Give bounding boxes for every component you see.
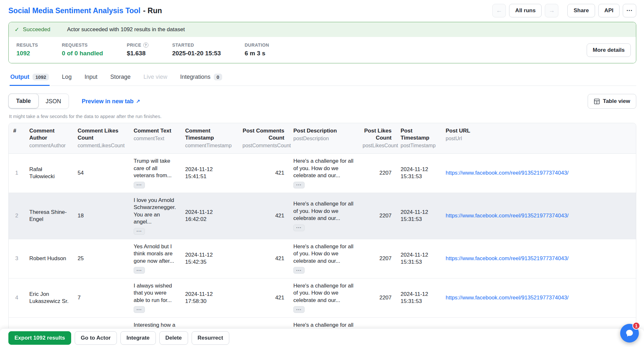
tab-label: Live view <box>144 74 167 80</box>
cell-index: 1 <box>9 153 25 193</box>
share-button[interactable]: Share <box>567 4 595 17</box>
table-row[interactable]: 2Theresa Shine-Engel18I love you Arnold … <box>9 193 636 239</box>
column-field-name: commentTimestamp <box>185 142 233 149</box>
tab-label: Output <box>10 74 29 80</box>
tab-storage[interactable]: Storage <box>109 71 131 86</box>
preview-link-label: Preview in new tab <box>82 98 134 105</box>
table-row[interactable]: 4Eric Jon Lukaszewicz Sr.7I always wishe… <box>9 278 636 317</box>
expand-cell-button[interactable]: ··· <box>134 267 145 274</box>
expand-cell-button[interactable]: ··· <box>293 182 305 188</box>
stat-value[interactable]: 0 of 0 handled <box>62 50 103 57</box>
data-delay-hint: It might take a few seconds for the data… <box>9 114 636 119</box>
column-field-name: commentAuthor <box>29 142 69 149</box>
tab-label: Input <box>84 74 97 80</box>
results-table: #Comment AuthorcommentAuthorComment Like… <box>9 123 636 347</box>
expand-cell-button[interactable]: ··· <box>134 182 145 188</box>
expand-cell-button[interactable]: ··· <box>293 306 305 313</box>
tab-output[interactable]: Output1092 <box>10 71 50 86</box>
api-button[interactable]: API <box>598 4 620 17</box>
cell-post-ts: 2024-11-12 15:31:53 <box>396 193 441 239</box>
info-icon[interactable]: ? <box>143 42 148 48</box>
go-to-actor-button[interactable]: Go to Actor <box>75 331 117 345</box>
tab-integrations[interactable]: Integrations0 <box>180 71 223 86</box>
cell-post-description: Here's a challenge for all of you. How d… <box>289 193 358 239</box>
stat-label: PRICE? <box>127 42 148 48</box>
actor-title-link[interactable]: Social Media Sentiment Analysis Tool <box>8 6 140 15</box>
tab-live-view: Live view <box>143 71 168 86</box>
expand-cell-button[interactable]: ··· <box>134 228 145 235</box>
cell-post-likes: 2207 <box>358 193 396 239</box>
cell-post-ts: 2024-11-12 15:31:53 <box>396 153 441 193</box>
tabs: Output1092LogInputStorageLive viewIntegr… <box>8 71 636 86</box>
cell-post-comments: 421 <box>238 278 289 317</box>
results-table-body: 1Rafał Tułowiecki54Trump will take care … <box>9 153 636 347</box>
stat-label: STARTED <box>172 42 221 48</box>
expand-cell-button[interactable]: ··· <box>134 306 145 313</box>
column-header-comment-author[interactable]: Comment AuthorcommentAuthor <box>25 123 73 153</box>
column-label: Post Timestamp <box>401 127 437 142</box>
cell-post-likes: 2207 <box>358 239 396 278</box>
column-label: Comment Likes Count <box>78 127 125 142</box>
cell-post-description: Here's a challenge for all of you. How d… <box>289 278 358 317</box>
post-url-link[interactable]: https://www.facebook.com/reel/9135219773… <box>446 255 569 261</box>
more-options-button[interactable]: ··· <box>623 4 636 17</box>
all-runs-button[interactable]: All runs <box>509 4 542 17</box>
chat-launcher[interactable]: 1 <box>620 324 639 342</box>
column-header-comment-text[interactable]: Comment TextcommentText <box>129 123 181 153</box>
cell-index: 3 <box>9 239 25 278</box>
header-actions: ← All runs → Share API ··· <box>492 4 636 17</box>
expand-cell-button[interactable]: ··· <box>293 224 305 231</box>
status-banner: ✓ Succeeded Actor succeeded with 1092 re… <box>9 22 636 37</box>
output-toolbar: Table JSON Preview in new tab ↗ Table vi… <box>8 94 636 109</box>
cell-comment-likes: 18 <box>73 193 129 239</box>
cell-text: Here's a challenge for all of you. How d… <box>293 282 354 304</box>
cell-text: I always wished that you were able to ru… <box>134 282 176 304</box>
table-toggle[interactable]: Table <box>8 94 39 108</box>
stat-label: REQUESTS <box>62 42 103 48</box>
post-url-link[interactable]: https://www.facebook.com/reel/9135219773… <box>446 213 569 219</box>
header-row: #Comment AuthorcommentAuthorComment Like… <box>9 123 636 153</box>
chat-notification-badge: 1 <box>632 322 640 330</box>
tab-input[interactable]: Input <box>84 71 98 86</box>
table-view-label: Table view <box>603 98 630 105</box>
cell-comment-likes: 7 <box>73 278 129 317</box>
column-field-name: postUrl <box>446 135 631 142</box>
table-row[interactable]: 3Robert Hudson25Yes Arnold but I think m… <box>9 239 636 278</box>
preview-in-new-tab-link[interactable]: Preview in new tab ↗ <box>82 98 140 105</box>
expand-cell-button[interactable]: ··· <box>293 267 305 274</box>
column-header-post-description[interactable]: Post DescriptionpostDescription <box>289 123 358 153</box>
tab-log[interactable]: Log <box>61 71 72 86</box>
integrate-button[interactable]: Integrate <box>120 331 156 345</box>
cell-post-comments: 421 <box>238 239 289 278</box>
row-index: 2 <box>15 213 18 219</box>
column-header-post-comments-count[interactable]: Post Comments CountpostCommentsCount <box>238 123 289 153</box>
column-header-comment-timestamp[interactable]: Comment TimestampcommentTimestamp <box>181 123 238 153</box>
column-header-post-likes-count[interactable]: Post Likes CountpostLikesCount <box>358 123 396 153</box>
post-url-link[interactable]: https://www.facebook.com/reel/9135219773… <box>446 170 569 176</box>
stat-value: $1.638 <box>127 50 148 57</box>
post-url-link[interactable]: https://www.facebook.com/reel/9135219773… <box>446 295 569 301</box>
cell-post-likes: 2207 <box>358 278 396 317</box>
more-details-button[interactable]: More details <box>587 43 631 57</box>
table-view-button[interactable]: Table view <box>588 94 636 109</box>
stat-duration: DURATION6 m 3 s <box>245 42 269 57</box>
table-row[interactable]: 1Rafał Tułowiecki54Trump will take care … <box>9 153 636 193</box>
cell-post-ts: 2024-11-12 15:31:53 <box>396 239 441 278</box>
next-run-button[interactable]: → <box>545 4 558 17</box>
cell-comment-ts: 2024-11-12 17:58:30 <box>181 278 238 317</box>
export-results-button[interactable]: Export 1092 results <box>8 331 71 345</box>
stat-value[interactable]: 1092 <box>16 50 38 57</box>
column-header-comment-likes-count[interactable]: Comment Likes CountcommentLikesCount <box>73 123 129 153</box>
column-field-name: postCommentsCount <box>242 142 284 149</box>
delete-button[interactable]: Delete <box>159 331 188 345</box>
column-header-post-url[interactable]: Post URLpostUrl <box>441 123 636 153</box>
run-actions-bar: Export 1092 results Go to ActorIntegrate… <box>0 328 644 347</box>
cell-post-description: Here's a challenge for all of you. How d… <box>289 239 358 278</box>
column-header-post-timestamp[interactable]: Post TimestamppostTimestamp <box>396 123 441 153</box>
resurrect-button[interactable]: Resurrect <box>192 331 229 345</box>
column-header-[interactable]: # <box>9 123 25 153</box>
json-toggle[interactable]: JSON <box>38 94 69 109</box>
cell-post-description: Here's a challenge for all of you. How d… <box>289 153 358 193</box>
prev-run-button[interactable]: ← <box>492 4 506 17</box>
column-field-name: commentLikesCount <box>78 142 125 149</box>
